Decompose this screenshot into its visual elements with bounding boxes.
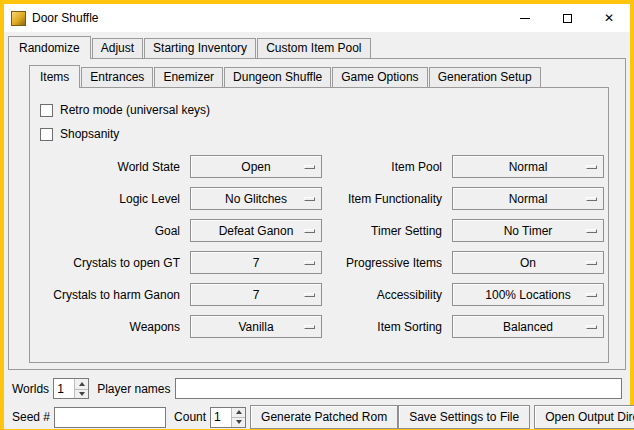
dropdown-indicator-icon xyxy=(586,165,597,169)
weapons-label: Weapons xyxy=(38,320,186,334)
progressive-items-dropdown[interactable]: On xyxy=(452,251,604,274)
logic-level-label: Logic Level xyxy=(38,192,186,206)
dropdown-indicator-icon xyxy=(586,293,597,297)
count-label: Count xyxy=(174,410,206,424)
crystals-gt-label: Crystals to open GT xyxy=(38,256,186,270)
tab-adjust[interactable]: Adjust xyxy=(92,38,143,58)
window-title: Door Shuffle xyxy=(32,11,99,25)
spin-down-icon[interactable] xyxy=(232,417,245,427)
accessibility-dropdown[interactable]: 100% Locations xyxy=(452,283,604,306)
retro-mode-checkbox[interactable] xyxy=(40,104,53,117)
progressive-items-label: Progressive Items xyxy=(326,256,448,270)
goal-label: Goal xyxy=(38,224,186,238)
maximize-icon xyxy=(563,14,572,23)
app-window: Door Shuffle ✕ Randomize Adjust Starting… xyxy=(0,0,634,430)
dropdown-indicator-icon xyxy=(586,197,597,201)
crystals-ganon-label: Crystals to harm Ganon xyxy=(38,288,186,302)
inner-tab-bar: Items Entrances Enemizer Dungeon Shuffle… xyxy=(29,65,625,87)
client-area: Randomize Adjust Starting Inventory Cust… xyxy=(4,32,630,429)
world-state-dropdown[interactable]: Open xyxy=(190,155,322,178)
open-output-directory-button[interactable]: Open Output Directory xyxy=(534,405,634,429)
tab-generation-setup[interactable]: Generation Setup xyxy=(429,67,541,87)
dropdown-indicator-icon xyxy=(304,325,315,329)
worlds-label: Worlds xyxy=(12,382,49,396)
tab-dungeon-shuffle[interactable]: Dungeon Shuffle xyxy=(224,67,331,87)
item-sorting-dropdown[interactable]: Balanced xyxy=(452,315,604,338)
accessibility-label: Accessibility xyxy=(326,288,448,302)
shopsanity-checkbox[interactable] xyxy=(40,128,53,141)
progressive-items-value: On xyxy=(520,256,536,270)
tab-randomize[interactable]: Randomize xyxy=(8,36,91,59)
dropdown-indicator-icon xyxy=(304,229,315,233)
dropdown-indicator-icon xyxy=(304,197,315,201)
minimize-button[interactable] xyxy=(504,4,546,32)
seed-input[interactable] xyxy=(54,407,166,428)
dropdown-indicator-icon xyxy=(586,261,597,265)
spin-down-icon[interactable] xyxy=(75,389,88,399)
item-functionality-dropdown[interactable]: Normal xyxy=(452,187,604,210)
crystals-gt-dropdown[interactable]: 7 xyxy=(190,251,322,274)
retro-mode-row: Retro mode (universal keys) xyxy=(40,98,600,122)
shopsanity-row: Shopsanity xyxy=(40,122,600,146)
retro-mode-label: Retro mode (universal keys) xyxy=(60,103,210,117)
player-names-label: Player names xyxy=(97,382,170,396)
weapons-dropdown[interactable]: Vanilla xyxy=(190,315,322,338)
crystals-gt-value: 7 xyxy=(253,256,260,270)
worlds-spinner xyxy=(53,378,89,399)
worlds-input[interactable] xyxy=(54,379,74,398)
count-spinner xyxy=(210,407,246,428)
timer-setting-label: Timer Setting xyxy=(326,224,448,238)
tab-custom-item-pool[interactable]: Custom Item Pool xyxy=(257,38,370,58)
item-sorting-value: Balanced xyxy=(503,320,553,334)
dropdown-indicator-icon xyxy=(586,325,597,329)
item-functionality-value: Normal xyxy=(509,192,548,206)
spin-up-icon[interactable] xyxy=(75,379,88,389)
crystals-ganon-dropdown[interactable]: 7 xyxy=(190,283,322,306)
items-pane: Retro mode (universal keys) Shopsanity W… xyxy=(29,87,609,363)
dropdown-indicator-icon xyxy=(304,165,315,169)
player-names-input[interactable] xyxy=(175,378,623,399)
item-pool-label: Item Pool xyxy=(326,160,448,174)
tab-items[interactable]: Items xyxy=(29,65,80,88)
worlds-spin-buttons xyxy=(74,379,88,398)
outer-tab-bar: Randomize Adjust Starting Inventory Cust… xyxy=(8,36,626,58)
tab-enemizer[interactable]: Enemizer xyxy=(154,67,223,87)
close-button[interactable]: ✕ xyxy=(588,4,630,32)
world-state-value: Open xyxy=(241,160,270,174)
app-icon xyxy=(11,11,26,26)
goal-dropdown[interactable]: Defeat Ganon xyxy=(190,219,322,242)
count-spin-buttons xyxy=(231,408,245,427)
tab-starting-inventory[interactable]: Starting Inventory xyxy=(144,38,256,58)
seed-row: Seed # Count Generate Patched Rom Save S… xyxy=(12,405,622,429)
dropdown-indicator-icon xyxy=(586,229,597,233)
titlebar[interactable]: Door Shuffle ✕ xyxy=(4,4,630,32)
item-functionality-label: Item Functionality xyxy=(326,192,448,206)
minimize-icon xyxy=(520,18,530,19)
crystals-ganon-value: 7 xyxy=(253,288,260,302)
logic-level-value: No Glitches xyxy=(225,192,287,206)
tab-game-options[interactable]: Game Options xyxy=(332,67,427,87)
seed-label: Seed # xyxy=(12,410,50,424)
spin-up-icon[interactable] xyxy=(232,408,245,418)
accessibility-value: 100% Locations xyxy=(485,288,570,302)
settings-grid: World State Open Item Pool Normal Logic … xyxy=(38,155,600,338)
save-settings-button[interactable]: Save Settings to File xyxy=(398,405,530,429)
dropdown-indicator-icon xyxy=(304,293,315,297)
window-controls: ✕ xyxy=(504,4,630,32)
dropdown-indicator-icon xyxy=(304,261,315,265)
timer-setting-value: No Timer xyxy=(504,224,553,238)
item-pool-dropdown[interactable]: Normal xyxy=(452,155,604,178)
world-state-label: World State xyxy=(38,160,186,174)
randomize-pane: Items Entrances Enemizer Dungeon Shuffle… xyxy=(8,58,626,370)
item-sorting-label: Item Sorting xyxy=(326,320,448,334)
generate-patched-rom-button[interactable]: Generate Patched Rom xyxy=(250,405,398,429)
timer-setting-dropdown[interactable]: No Timer xyxy=(452,219,604,242)
tab-entrances[interactable]: Entrances xyxy=(81,67,153,87)
close-icon: ✕ xyxy=(604,11,614,25)
bottom-controls: Worlds Player names Seed # Count xyxy=(8,370,626,429)
count-input[interactable] xyxy=(211,408,231,427)
maximize-button[interactable] xyxy=(546,4,588,32)
worlds-row: Worlds Player names xyxy=(12,378,622,399)
weapons-value: Vanilla xyxy=(238,320,273,334)
logic-level-dropdown[interactable]: No Glitches xyxy=(190,187,322,210)
